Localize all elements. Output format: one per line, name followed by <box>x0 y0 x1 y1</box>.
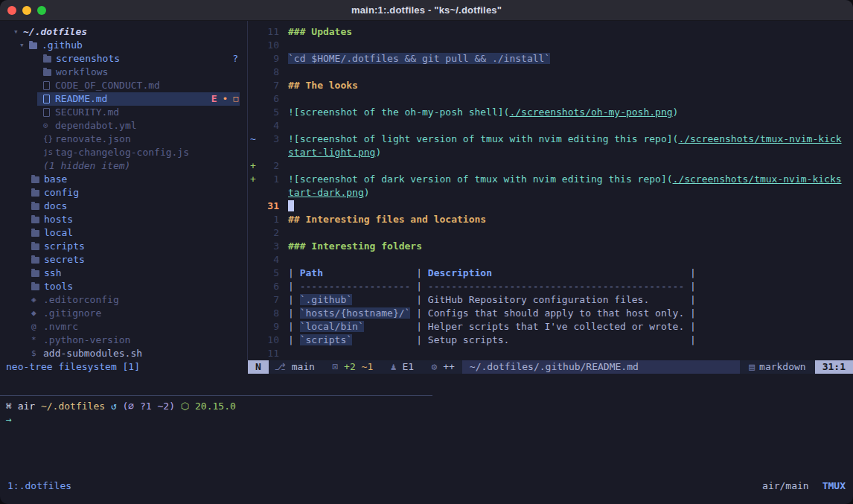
gutter-sign <box>248 320 260 334</box>
tree-item-gitignore[interactable]: ◆.gitignore <box>0 307 247 320</box>
tree-item-readme[interactable]: README.mdE•□ <box>0 92 247 106</box>
tree-item-github[interactable]: ▾.github <box>0 39 247 52</box>
tree-item-dependabot[interactable]: ⊙dependabot.yml <box>0 119 247 133</box>
text-segment: main <box>292 360 315 374</box>
editor-panel[interactable]: 11### Updates109`cd $HOME/.dotfiles && g… <box>248 21 853 360</box>
tree-item-local[interactable]: local <box>0 226 247 240</box>
editor-line[interactable]: 10| `scripts` | Setup scripts. | <box>248 334 853 347</box>
line-text: ### Updates <box>288 25 352 39</box>
tree-item-secrets[interactable]: secrets <box>0 253 247 267</box>
tree-item-tools[interactable]: tools <box>0 280 247 293</box>
tree-item-screenshots[interactable]: screenshots? <box>0 52 247 66</box>
editor-line[interactable]: 4 <box>248 253 853 267</box>
folder-icon <box>31 270 39 277</box>
text-segment: dependabot.yml <box>55 119 137 133</box>
editor-line[interactable]: 11### Updates <box>248 25 853 39</box>
editor-buffer: 11### Updates109`cd $HOME/.dotfiles && g… <box>248 25 853 360</box>
tree-item-hosts[interactable]: hosts <box>0 213 247 226</box>
tree-item-renovate[interactable]: {}renovate.json <box>0 133 247 146</box>
line-text: ## Interesting files and locations <box>288 213 486 226</box>
editor-line[interactable]: 10 <box>248 39 853 52</box>
gutter-sign <box>248 25 260 39</box>
titlebar[interactable]: main:1:.dotfiles - "ks~/.dotfiles" <box>0 0 853 21</box>
editor-line[interactable]: ~3![screenshot of light version of tmux … <box>248 133 853 146</box>
git-refresh-icon: ↺ <box>111 401 123 412</box>
tree-item-tag-changelog[interactable]: jstag-changelog-config.js <box>0 146 247 159</box>
editor-line[interactable]: +2 <box>248 159 853 173</box>
text-segment: | <box>288 267 300 278</box>
tree-item-python-version[interactable]: *.python-version <box>0 334 247 347</box>
tree-item-config[interactable]: config <box>0 186 247 200</box>
close-button[interactable] <box>7 6 16 15</box>
editor-line[interactable]: 7| `.github` | GitHub Repository configu… <box>248 293 853 307</box>
editor-line[interactable]: 9| `local/bin` | Helper scripts that I'v… <box>248 320 853 334</box>
tree-item-ssh[interactable]: ssh <box>0 267 247 280</box>
editor-line[interactable]: 6| ------------------- | ---------------… <box>248 280 853 293</box>
line-text: | `scripts` | Setup scripts. | <box>288 334 696 347</box>
text-segment: Configs that should apply to that host o… <box>428 307 684 319</box>
tree-item-security[interactable]: SECURITY.md <box>0 106 247 119</box>
text-segment: .python-version <box>43 334 130 347</box>
text-segment: ------------------- <box>300 281 411 292</box>
text-segment: SECURITY.md <box>55 106 119 119</box>
tree-item-scripts[interactable]: scripts <box>0 240 247 253</box>
text-segment: | <box>288 321 300 332</box>
text-segment: | <box>492 267 696 278</box>
tmux-window-name[interactable]: 1:.dotfiles <box>7 479 71 493</box>
text-segment: .nvmrc <box>43 320 78 334</box>
editor-line[interactable]: 7## The looks <box>248 79 853 92</box>
text-segment: 20.15.0 <box>195 401 236 412</box>
line-text: ![screenshot of light version of tmux wi… <box>288 133 842 146</box>
text-segment: ![screenshot of light version of tmux wi… <box>288 133 678 144</box>
editor-line[interactable]: 9`cd $HOME/.dotfiles && git pull && ./in… <box>248 52 853 66</box>
editor-line[interactable]: +1![screenshot of dark version of tmux w… <box>248 173 853 186</box>
window-controls <box>7 0 46 20</box>
tree-item-docs[interactable]: docs <box>0 200 247 213</box>
editor-line[interactable]: 3### Interesting folders <box>248 240 853 253</box>
tmux-pane-border[interactable] <box>0 395 432 396</box>
shell-prompt: ⌘ air ~/.dotfiles ↺ (⌀ ?1 ~2) ⬡ 20.15.0 <box>6 400 236 413</box>
editor-line[interactable]: 2 <box>248 226 853 240</box>
text-segment: renovate.json <box>55 133 131 146</box>
editor-line[interactable]: 11 <box>248 347 853 360</box>
prompt-arrow[interactable]: → <box>6 413 12 427</box>
line-number: 1 <box>260 173 279 186</box>
gutter-sign <box>248 253 260 267</box>
editor-line[interactable]: 5| Path | Description | <box>248 267 853 280</box>
text-segment: (1 hidden item) <box>43 159 130 173</box>
tree-item-nvmrc[interactable]: @.nvmrc <box>0 320 247 334</box>
gutter-sign: + <box>248 159 260 173</box>
zoom-button[interactable] <box>37 6 46 15</box>
tree-item-editorconfig[interactable]: ◈.editorconfig <box>0 293 247 307</box>
tree-item-workflows[interactable]: workflows <box>0 66 247 79</box>
line-text: ![screenshot of dark version of tmux wit… <box>288 173 842 186</box>
text-segment: ### Updates <box>288 26 352 37</box>
tree-item-code-of-conduct[interactable]: CODE_OF_CONDUCT.md <box>0 79 247 92</box>
line-text: tart-dark.png) <box>288 186 370 200</box>
editor-line[interactable]: 31 <box>248 200 853 213</box>
status-row: neo-tree filesystem [1] N ⎇ main ⊡ +2 ~1… <box>0 360 853 374</box>
editor-line[interactable]: 5![screenshot of the oh-my-posh shell](.… <box>248 106 853 119</box>
editor-line[interactable]: 1## Interesting files and locations <box>248 213 853 226</box>
editor-line[interactable]: 6 <box>248 92 853 106</box>
editor-line[interactable]: tart-dark.png) <box>248 186 853 200</box>
line-number: 9 <box>260 52 279 66</box>
editor-line[interactable]: 4 <box>248 119 853 133</box>
text-segment: hosts <box>44 213 73 226</box>
editor-line[interactable]: 8 <box>248 66 853 79</box>
tree-item-base[interactable]: base <box>0 173 247 186</box>
tree-item-add-submodules[interactable]: $add-submodules.sh <box>0 347 247 360</box>
untracked-badge: ? <box>232 52 238 66</box>
tree-item-hidden-items[interactable]: (1 hidden item) <box>0 159 247 173</box>
line-text: `cd $HOME/.dotfiles && git pull && ./ins… <box>288 52 550 66</box>
gutter-sign <box>248 240 260 253</box>
minimize-button[interactable] <box>22 6 31 15</box>
text-segment: ./screenshots/tmux-nvim-kick <box>678 133 841 144</box>
tree-item-root[interactable]: ▾~/.dotfiles <box>0 25 247 39</box>
folder-icon <box>31 176 39 183</box>
editor-line[interactable]: start-light.png) <box>248 146 853 159</box>
text-segment: ## Interesting files and locations <box>288 214 486 225</box>
folder-icon <box>31 257 39 264</box>
editor-line[interactable]: 8| `hosts/{hostname}/` | Configs that sh… <box>248 307 853 320</box>
gutter-sign <box>248 280 260 293</box>
